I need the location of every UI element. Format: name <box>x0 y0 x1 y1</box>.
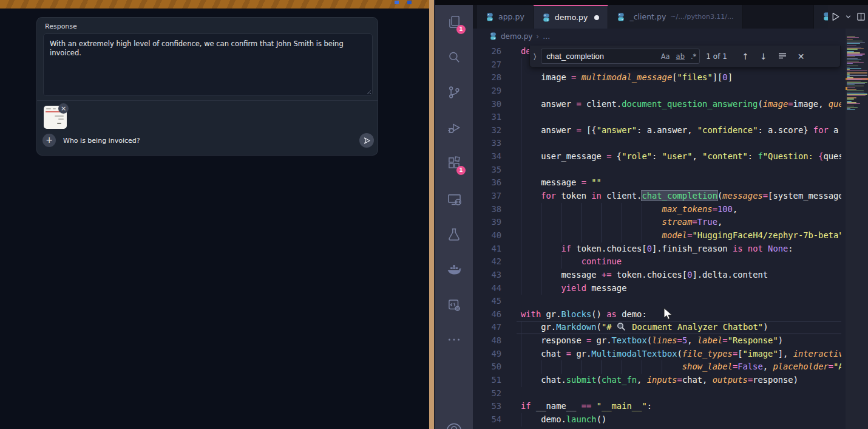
send-button[interactable] <box>359 133 374 148</box>
docker-icon[interactable] <box>435 255 473 284</box>
minimap-line <box>847 103 860 104</box>
magnifier-emoji <box>617 321 627 334</box>
modified-dot-icon[interactable] <box>594 15 599 20</box>
minimap-line <box>847 72 867 73</box>
find-query[interactable]: chat_completion <box>541 52 657 61</box>
tab-client-py[interactable]: _client.py ~/.../python3.11/... <box>608 5 742 29</box>
code-line-33[interactable]: 33 <box>473 137 841 150</box>
line-number: 32 <box>473 124 501 137</box>
code-text: yield message <box>521 282 626 295</box>
code-line-30[interactable]: 30 answer = client.document_question_ans… <box>473 98 841 111</box>
container-tools-icon[interactable] <box>435 290 473 320</box>
line-number: 39 <box>473 216 501 229</box>
line-number: 55 <box>473 427 501 429</box>
match-case-icon[interactable]: Aa <box>658 52 673 61</box>
code-line-42[interactable]: 42 continue <box>473 255 841 269</box>
tab-label: _client.py <box>629 12 666 21</box>
code-line-49[interactable]: 49 chat = gr.MultimodalTextbox(file_type… <box>473 348 841 361</box>
next-match-icon[interactable]: ↓ <box>754 52 773 61</box>
toggle-replace-chevron-icon[interactable]: 〉 <box>534 52 536 61</box>
regex-icon[interactable]: .* <box>688 52 699 61</box>
code-line-31[interactable]: 31 <box>473 111 841 124</box>
code-text: message = "" <box>521 176 602 190</box>
code-line-34[interactable]: 34 user_message = {"role": "user", "cont… <box>473 150 841 163</box>
code-text: if __name__ == "__main__": <box>521 400 652 413</box>
code-line-47[interactable]: 47 gr.Markdown("# Document Analyzer Chat… <box>473 321 841 334</box>
more-actions-icon[interactable] <box>435 325 473 354</box>
tab-partial[interactable] <box>813 5 829 29</box>
code-text: answer = client.document_question_answer… <box>521 98 841 111</box>
code-line-29[interactable]: 29 <box>473 84 841 98</box>
line-number: 40 <box>473 229 501 242</box>
code-line-43[interactable]: 43 message += token.choices[0].delta.con… <box>473 269 841 282</box>
code-line-45[interactable]: 45 <box>473 295 841 308</box>
code-line-48[interactable]: 48 response = gr.Textbox(lines=5, label=… <box>473 334 841 348</box>
breadcrumb-more[interactable]: … <box>543 32 550 41</box>
response-textarea[interactable]: With an extremely high level of confiden… <box>43 33 373 96</box>
minimap-line <box>847 46 856 46</box>
code-line-39[interactable]: 39 stream=True, <box>473 216 841 229</box>
account-icon[interactable] <box>435 414 473 429</box>
run-python-file-icon[interactable] <box>830 12 841 22</box>
minimap-line <box>847 94 867 95</box>
code-line-38[interactable]: 38 max_tokens=100, <box>473 203 841 216</box>
find-input[interactable]: chat_completion Aa ab .* <box>541 49 700 64</box>
remote-explorer-icon[interactable] <box>435 185 473 214</box>
code-line-55[interactable]: 55 <box>473 427 841 429</box>
code-line-44[interactable]: 44 yield message <box>473 282 841 295</box>
previous-match-icon[interactable]: ↑ <box>736 52 754 61</box>
code-line-35[interactable]: 35 <box>473 163 841 177</box>
testing-icon[interactable] <box>435 220 473 249</box>
breadcrumb-file[interactable]: demo.py <box>501 32 532 41</box>
find-in-selection-icon[interactable] <box>773 52 792 61</box>
search-icon[interactable] <box>435 43 473 72</box>
code-line-51[interactable]: 51 chat.submit(chat_fn, inputs=chat, out… <box>473 374 841 387</box>
line-number: 45 <box>473 295 501 308</box>
add-file-button[interactable]: + <box>42 134 56 147</box>
remove-attachment-button[interactable]: × <box>58 103 69 114</box>
code-line-36[interactable]: 36 message = "" <box>473 176 841 190</box>
screen: Response With an extremely high level of… <box>0 0 868 429</box>
line-number: 27 <box>473 58 501 72</box>
desktop-titlebar-strip <box>0 0 435 9</box>
explorer-icon[interactable]: 1 <box>435 7 473 36</box>
code-text: max_tokens=100, <box>521 203 737 216</box>
code-text <box>521 137 541 150</box>
line-number: 37 <box>473 190 501 203</box>
code-line-52[interactable]: 52 <box>473 387 841 400</box>
source-control-icon[interactable] <box>435 78 473 107</box>
extensions-icon[interactable]: 1 <box>435 148 473 177</box>
code-editor[interactable]: 26def chat_fn(multimodal_message):27 28 … <box>473 45 841 429</box>
line-number: 31 <box>473 111 501 124</box>
code-line-32[interactable]: 32 answer = [{"answer": a.answer, "confi… <box>473 124 841 137</box>
tab-demo-py[interactable]: demo.py <box>534 5 609 29</box>
minimap-line <box>847 68 861 69</box>
vscode-top-edge <box>435 0 868 5</box>
resize-handle[interactable] <box>365 89 371 94</box>
code-text: if token.choices[0].finish_reason is not… <box>521 242 793 256</box>
minimap-line <box>847 47 861 47</box>
code-line-50[interactable]: 50 show_label=False, placeholder="Ask a … <box>473 360 841 374</box>
code-line-41[interactable]: 41 if token.choices[0].finish_reason is … <box>473 242 841 256</box>
split-editor-icon[interactable] <box>856 12 866 21</box>
code-line-54[interactable]: 54 demo.launch() <box>473 413 841 427</box>
minimap[interactable] <box>846 29 868 429</box>
code-line-53[interactable]: 53if __name__ == "__main__": <box>473 400 841 413</box>
run-and-debug-icon[interactable] <box>435 113 473 142</box>
line-number: 33 <box>473 137 501 150</box>
minimap-line <box>847 109 855 110</box>
line-number: 53 <box>473 400 501 413</box>
code-line-46[interactable]: 46with gr.Blocks() as demo: <box>473 308 841 321</box>
chat-message-input[interactable]: Who is being invoiced? <box>63 137 140 145</box>
code-line-28[interactable]: 28 image = multimodal_message["files"][0… <box>473 71 841 84</box>
breadcrumb[interactable]: demo.py › … <box>473 29 868 44</box>
code-line-40[interactable]: 40 model="HuggingFaceH4/zephyr-7b-beta", <box>473 229 841 242</box>
code-text: show_label=False, placeholder="Ask a que… <box>521 360 841 374</box>
run-dropdown-chevron-icon[interactable] <box>845 13 852 20</box>
code-line-37[interactable]: 37 for token in client.chat_completion(m… <box>473 190 841 203</box>
close-find-icon[interactable]: ✕ <box>792 52 810 61</box>
python-icon <box>542 13 551 22</box>
python-icon <box>489 32 497 40</box>
tab-app-py[interactable]: app.py <box>477 5 534 29</box>
whole-word-icon[interactable]: ab <box>673 52 688 61</box>
